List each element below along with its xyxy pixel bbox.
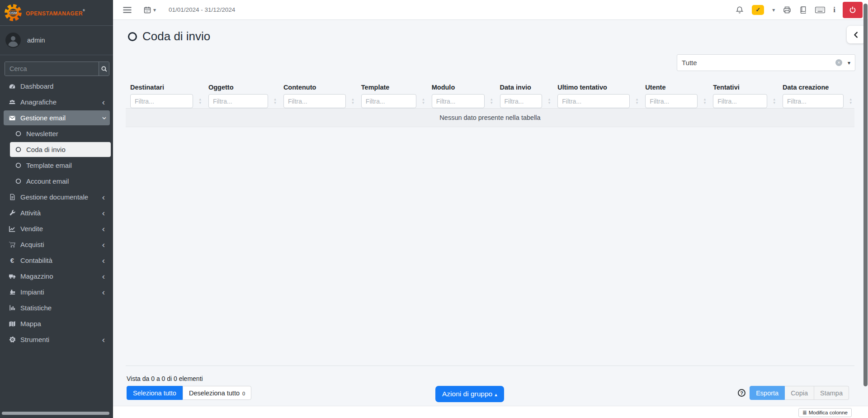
filter-input-tentativi[interactable] — [713, 94, 767, 108]
vertical-scrollbar[interactable] — [863, 4, 868, 386]
sidebar-item-mappa[interactable]: Mappa — [4, 316, 110, 331]
edit-columns-button[interactable]: ≣ Modifica colonne — [798, 408, 852, 417]
sidebar-item-anagrafiche[interactable]: Anagrafiche ‹ — [4, 95, 110, 109]
keyboard-icon — [815, 7, 825, 13]
printer-icon — [783, 6, 791, 14]
envelope-icon — [8, 114, 16, 122]
tachometer-icon — [8, 83, 16, 90]
filter-input-data-invio[interactable] — [500, 94, 542, 108]
date-range-picker[interactable]: ▾ — [144, 6, 156, 14]
table-bottom-divider — [126, 366, 854, 366]
sort-arrows[interactable]: ▴▾ — [774, 97, 776, 104]
chevron-down-icon: ‹ — [101, 116, 106, 119]
main-content: Coda di invio Tutte × ▾ Destinatari ▴▾ O… — [113, 20, 868, 418]
hamburger-menu-icon[interactable] — [123, 7, 132, 13]
avatar[interactable] — [5, 33, 21, 48]
brand-name: OpenSTAManager® — [26, 8, 85, 18]
export-button[interactable]: Esporta — [750, 386, 785, 400]
sidebar-item-coda-di-invio[interactable]: Coda di invio — [10, 142, 111, 157]
filter-input-template[interactable] — [361, 94, 416, 108]
circle-icon — [14, 162, 22, 169]
page-title: Coda di invio — [128, 29, 210, 43]
print-button[interactable] — [783, 6, 791, 14]
selected-value: Tutte — [682, 59, 835, 66]
copy-button[interactable]: Copia — [785, 386, 814, 400]
sidebar-item-template-email[interactable]: Template email — [10, 158, 111, 173]
filter-input-oggetto[interactable] — [208, 94, 268, 108]
sidebar-item-account-email[interactable]: Account email — [10, 174, 111, 189]
sidebar-item-gestione-email[interactable]: Gestione email ‹ — [4, 110, 110, 125]
caret-down-icon: ▾ — [848, 60, 850, 66]
sidebar-item-gestione-documentale[interactable]: Gestione documentale ‹ — [4, 190, 110, 204]
chevron-left-icon: ‹ — [102, 195, 105, 200]
sidebar-item-acquisti[interactable]: Acquisti ‹ — [4, 237, 110, 252]
filter-input-destinatari[interactable] — [130, 94, 193, 108]
sidebar-item-contabilita[interactable]: € Contabilità ‹ — [4, 253, 110, 268]
column-utente: Utente ▴▾ — [641, 84, 708, 108]
list-icon: ≣ — [802, 409, 807, 416]
shortcuts-button[interactable] — [815, 7, 825, 13]
wrench-icon — [8, 209, 16, 216]
circle-icon — [14, 178, 22, 185]
table-info: Vista da 0 a 0 di 0 elementi — [127, 375, 203, 382]
filter-input-data-creazione[interactable] — [783, 94, 844, 108]
column-destinatari: Destinatari ▴▾ — [126, 84, 204, 108]
filter-input-modulo[interactable] — [432, 94, 485, 108]
notifications-button[interactable] — [736, 6, 744, 14]
sidebar-item-attivita[interactable]: Attività ‹ — [4, 205, 110, 220]
datatable-buttons: Esporta Copia Stampa — [750, 386, 849, 400]
brand[interactable]: OSM OpenSTAManager® — [0, 0, 113, 26]
sort-arrows[interactable]: ▴▾ — [636, 97, 638, 104]
column-contenuto: Contenuto ▴▾ — [279, 84, 357, 108]
chevron-left-icon: ‹ — [102, 211, 105, 215]
sort-arrows[interactable]: ▴▾ — [849, 97, 852, 104]
docs-button[interactable] — [799, 6, 807, 14]
group-actions-button[interactable]: Azioni di gruppo▴ — [435, 386, 504, 402]
caret-down-icon: ▾ — [153, 7, 156, 13]
search-button[interactable] — [99, 62, 109, 76]
sidebar-item-statistiche[interactable]: Statistiche — [4, 300, 110, 315]
sidebar-item-newsletter[interactable]: Newsletter — [10, 126, 111, 141]
sidebar-item-magazzino[interactable]: Magazzino ‹ — [4, 269, 110, 284]
filter-input-ultimo-tentativo[interactable] — [557, 94, 630, 108]
sidebar-item-strumenti[interactable]: Strumenti ‹ — [4, 332, 110, 347]
chevron-left-icon: ‹ — [102, 100, 105, 104]
sort-arrows[interactable]: ▴▾ — [422, 97, 425, 104]
status-filter-select[interactable]: Tutte × ▾ — [677, 54, 855, 71]
sort-arrows[interactable]: ▴▾ — [274, 97, 276, 104]
table-header: Destinatari ▴▾ Oggetto ▴▾ Contenuto ▴▾ T… — [126, 84, 854, 108]
logout-button[interactable] — [843, 2, 863, 18]
sidebar-menu: Dashboard Anagrafiche ‹ Gestione email ‹… — [0, 79, 113, 347]
top-navbar: ▾ 01/01/2024 - 31/12/2024 ✓ ▾ — [113, 0, 868, 20]
sidebar-item-impianti[interactable]: Impianti ‹ — [4, 285, 110, 299]
deselect-all-button[interactable]: Deseleziona tutto0 — [183, 386, 251, 400]
filter-input-utente[interactable] — [645, 94, 698, 108]
status-check-button[interactable]: ✓ — [752, 5, 764, 15]
filter-input-contenuto[interactable] — [283, 94, 346, 108]
clear-selection-icon[interactable]: × — [835, 59, 842, 66]
sort-arrows[interactable]: ▴▾ — [491, 97, 493, 104]
map-icon — [8, 320, 16, 328]
cart-icon — [8, 241, 16, 248]
info-button[interactable]: i — [833, 5, 835, 14]
chevron-left-icon: ‹ — [102, 258, 105, 263]
search-input[interactable] — [5, 62, 99, 76]
chevron-left-icon: ‹ — [102, 290, 105, 294]
sort-arrows[interactable]: ▴▾ — [352, 97, 354, 104]
sort-arrows[interactable]: ▴▾ — [199, 97, 201, 104]
sidebar-item-dashboard[interactable]: Dashboard — [4, 79, 110, 94]
help-icon[interactable]: ? — [738, 389, 745, 397]
caret-up-icon: ▴ — [495, 392, 497, 397]
svg-text:OSM: OSM — [9, 11, 17, 15]
sidebar-item-vendite[interactable]: Vendite ‹ — [4, 221, 110, 236]
sort-arrows[interactable]: ▴▾ — [704, 97, 706, 104]
bell-icon — [736, 6, 744, 14]
column-template: Template ▴▾ — [357, 84, 427, 108]
collapse-panel-button[interactable] — [847, 26, 866, 43]
sort-arrows[interactable]: ▴▾ — [548, 97, 551, 104]
select-all-button[interactable]: Seleziona tutto — [127, 386, 183, 400]
caret-down-icon[interactable]: ▾ — [772, 7, 775, 13]
print-table-button[interactable]: Stampa — [814, 386, 849, 400]
sidebar-horizontal-scrollbar[interactable] — [2, 412, 109, 415]
chevron-left-icon — [852, 31, 860, 39]
